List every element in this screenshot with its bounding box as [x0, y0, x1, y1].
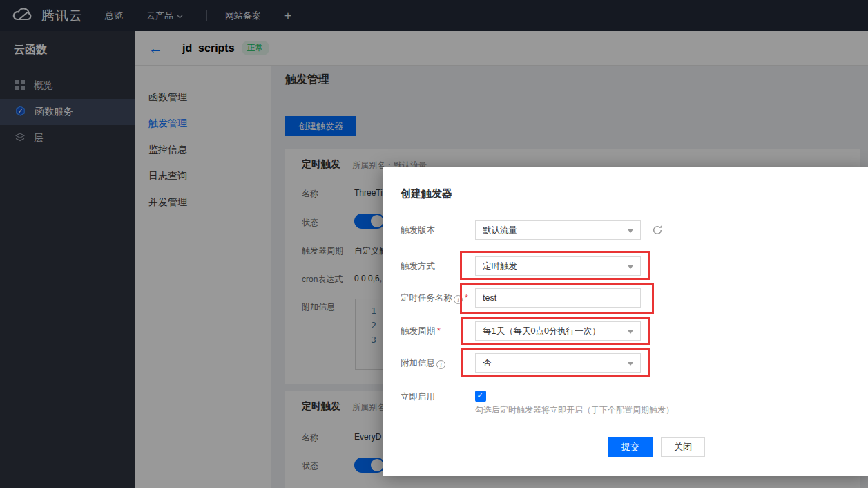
- trigger-version-label: 触发版本: [401, 220, 435, 240]
- app-screen: 腾讯云 总览 云产品 网站备案 + 云函数 概览: [0, 0, 868, 488]
- required-asterisk: *: [437, 326, 441, 336]
- trigger-period-label: 触发周期*: [401, 321, 441, 341]
- info-icon[interactable]: i: [436, 360, 445, 369]
- dialog-title: 创建触发器: [401, 187, 452, 200]
- enable-now-label: 立即启用: [401, 387, 435, 406]
- caret-down-icon: [628, 330, 633, 334]
- task-name-input[interactable]: [475, 288, 641, 308]
- extra-info-select[interactable]: 否: [475, 353, 641, 373]
- refresh-icon[interactable]: [652, 225, 663, 236]
- trigger-method-select[interactable]: 定时触发: [475, 256, 641, 276]
- info-icon[interactable]: i: [454, 295, 463, 304]
- caret-down-icon: [628, 229, 633, 233]
- trigger-period-select[interactable]: 每1天（每天0点0分执行一次）: [475, 321, 641, 341]
- enable-helper-text: 勾选后定时触发器将立即开启（于下个配置周期触发）: [475, 404, 674, 416]
- submit-button[interactable]: 提交: [608, 437, 653, 457]
- enable-now-checkbox[interactable]: [475, 391, 486, 402]
- close-button[interactable]: 关闭: [661, 437, 705, 457]
- create-trigger-dialog: 创建触发器 触发版本 默认流量 触发方式 定时触发 定时任务名称i*: [383, 167, 868, 476]
- caret-down-icon: [628, 265, 633, 269]
- caret-down-icon: [628, 362, 633, 366]
- extra-info-label: 附加信息i: [401, 353, 445, 373]
- trigger-method-label: 触发方式: [401, 256, 435, 276]
- required-asterisk: *: [465, 293, 468, 303]
- task-name-label: 定时任务名称i*: [401, 288, 468, 308]
- trigger-version-select[interactable]: 默认流量: [475, 220, 641, 240]
